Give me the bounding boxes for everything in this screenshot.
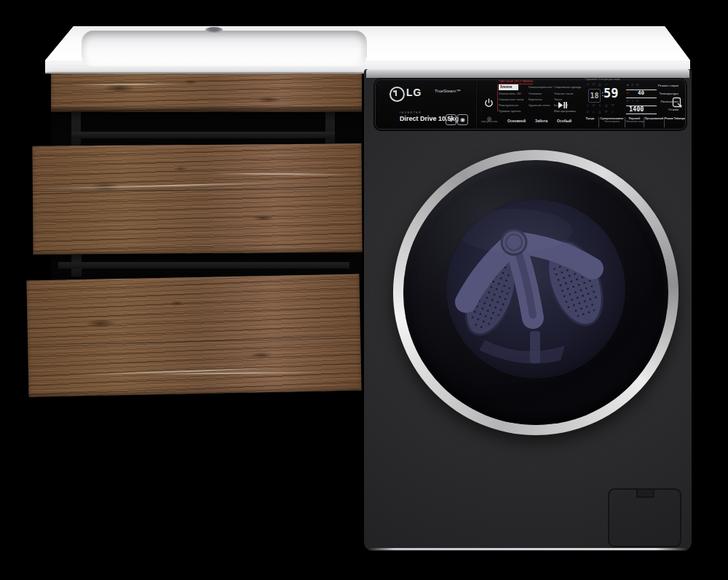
display-option-icons-row1: ○ □ ♨ △ ▽ <box>587 104 615 108</box>
program-item: Смешанные ткани <box>499 98 523 101</box>
program-item: Спортивная одежда <box>554 86 581 89</box>
mode-label: Режим стирки <box>658 84 678 87</box>
option-super-rinse: Суперполоскание *Чистка барабана <box>598 117 625 127</box>
six-motion-badge-icon: 6 <box>446 114 456 125</box>
cabinet-frame-post <box>325 111 335 146</box>
option-program: Программный <box>644 117 664 127</box>
program-item: Удаление пятен <box>529 104 550 107</box>
cabinet-frame-rail <box>58 262 349 269</box>
inverter-label: INVERTER <box>400 112 422 115</box>
display-minute-digits: 59 <box>604 87 618 100</box>
washer-control-panel: LG TrueSteam™ INVERTER Direct Drive 10.5… <box>373 78 687 131</box>
smart-diagnosis-label: смарт диагностика <box>480 122 498 124</box>
washer-drum-window <box>446 199 625 378</box>
mode-icons: □ <box>627 92 630 95</box>
spin-value: 1400 <box>629 106 644 113</box>
option-timer-mode: Режим Таймера <box>664 117 684 127</box>
cabinet-apron-panel <box>51 74 362 112</box>
drawer-bottom <box>26 274 361 397</box>
options-footnote: * Удерживать 3 сек для доп. опций <box>585 79 620 81</box>
service-hatch-handle <box>636 488 654 498</box>
program-category: Основной <box>507 119 526 123</box>
mode-row-spin: 1400 Отжим <box>626 106 678 114</box>
display-hour-digits: 18 <box>588 89 601 103</box>
panel-divider <box>475 80 477 129</box>
smart-diagnosis-icon: ◎ <box>487 116 491 121</box>
temperature-value: 40 <box>638 90 644 96</box>
lg-logo-text: LG <box>406 87 422 98</box>
mode-underline <box>626 114 657 114</box>
play-pause-button <box>558 100 567 112</box>
program-item: Гипоаллергенная <box>529 86 552 89</box>
program-item: Пуховое одеяло <box>499 110 521 113</box>
program-selected: Хлопок <box>499 84 518 90</box>
power-button <box>484 98 494 110</box>
program-item: Повседневная <box>499 104 518 107</box>
display-option-icons-row2: □ ○ △ ▽ ☆ <box>587 111 615 114</box>
mode-label: Температура <box>659 92 678 95</box>
truesteam-label: TrueSteam™ <box>435 89 460 93</box>
program-item: Темные ткани <box>554 92 573 95</box>
option-steam: Паровой *Уменьшение складок <box>625 117 644 127</box>
cabinet-frame-rail <box>71 132 335 138</box>
drawer-middle <box>32 143 362 255</box>
option-prewash: Предв. <box>582 117 598 127</box>
lg-logo-icon <box>389 87 405 102</box>
mode-icons: □ ○ ▽ <box>627 100 640 103</box>
program-item: Хлопок макс. 60° <box>499 92 522 95</box>
faucet-hole <box>205 27 223 33</box>
floor-highlight <box>368 548 687 550</box>
product-photo-scene: LG TrueSteam™ INVERTER Direct Drive 10.5… <box>0 0 728 580</box>
steam-programs-marker <box>497 84 498 111</box>
program-category: Забота <box>535 119 547 123</box>
mode-row-temperature: □ 40 Температура <box>626 90 678 98</box>
program-item: Бережная <box>529 98 542 101</box>
smart-diagnosis-badge-icon: ◉ <box>457 114 468 125</box>
cabinet-cavity-upper <box>51 111 362 147</box>
door-open-icon <box>672 97 683 111</box>
mode-icons: ● □ ▽ <box>627 84 640 87</box>
washer-top-trim <box>366 69 689 78</box>
cabinet-frame-post <box>71 111 81 146</box>
program-category: Особый <box>557 119 571 123</box>
options-row: Предв. Суперполоскание *Чистка барабана … <box>582 117 684 127</box>
mode-row-wash: ● □ ▽ Режим стирки <box>626 82 678 90</box>
sink-basin <box>82 31 367 66</box>
smart-diagnosis-button: ◎ смарт диагностика <box>480 116 498 124</box>
program-item: Освежить <box>529 92 542 95</box>
